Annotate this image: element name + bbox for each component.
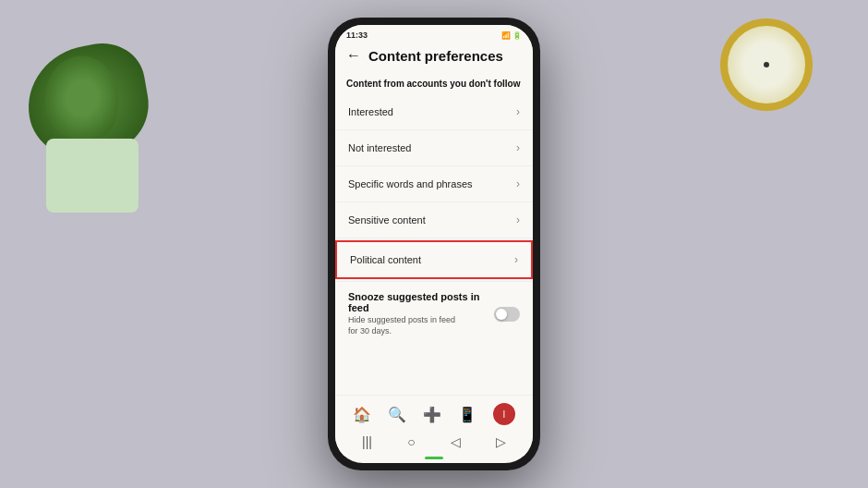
snooze-row: Snooze suggested posts in feed Hide sugg… bbox=[348, 291, 520, 336]
phone-device: 11:33 📶 🔋 ← Content preferences Content … bbox=[328, 18, 540, 470]
menu-item-sensitive-label: Sensitive content bbox=[348, 214, 426, 226]
nav-add-icon[interactable]: ➕ bbox=[423, 406, 441, 423]
snooze-toggle[interactable] bbox=[494, 307, 520, 322]
phone-screen: 11:33 📶 🔋 ← Content preferences Content … bbox=[335, 25, 533, 463]
nav-search-icon[interactable]: 🔍 bbox=[388, 406, 406, 423]
chevron-right-icon: › bbox=[516, 177, 520, 190]
snooze-text-group: Snooze suggested posts in feed Hide sugg… bbox=[348, 291, 494, 336]
nav-home-icon[interactable]: 🏠 bbox=[353, 406, 371, 423]
nav-profile-avatar[interactable]: I bbox=[493, 403, 515, 425]
menu-item-not-interested-label: Not interested bbox=[348, 142, 411, 153]
battery-icon: 🔋 bbox=[512, 31, 522, 40]
bottom-nav: 🏠 🔍 ➕ 📱 I bbox=[335, 395, 533, 429]
app-header: ← Content preferences bbox=[335, 42, 533, 71]
page-title: Content preferences bbox=[368, 48, 503, 64]
status-icons: 📶 🔋 bbox=[501, 31, 522, 40]
section-label: Content from accounts you don't follow bbox=[335, 71, 533, 94]
android-menu-button[interactable]: ||| bbox=[362, 434, 372, 449]
android-home-button[interactable]: ○ bbox=[407, 434, 415, 449]
menu-item-specific-words-label: Specific words and phrases bbox=[348, 178, 473, 189]
toggle-track bbox=[494, 307, 520, 322]
menu-list: Interested › Not interested › Specific w… bbox=[335, 94, 533, 395]
menu-item-political[interactable]: Political content › bbox=[335, 240, 533, 279]
clock-decoration-right bbox=[720, 18, 822, 139]
snooze-title: Snooze suggested posts in feed bbox=[348, 291, 494, 313]
back-button[interactable]: ← bbox=[346, 47, 361, 64]
chevron-right-icon: › bbox=[516, 141, 520, 154]
menu-item-specific-words[interactable]: Specific words and phrases › bbox=[335, 166, 533, 202]
status-bar: 11:33 📶 🔋 bbox=[335, 25, 533, 42]
chevron-right-icon: › bbox=[514, 253, 518, 266]
toggle-thumb bbox=[496, 309, 507, 320]
charge-indicator bbox=[425, 457, 443, 459]
wifi-icon: 📶 bbox=[501, 31, 511, 40]
chevron-right-icon: › bbox=[516, 105, 520, 118]
menu-item-not-interested[interactable]: Not interested › bbox=[335, 130, 533, 166]
menu-item-political-label: Political content bbox=[350, 254, 421, 265]
android-recent-button[interactable]: ▷ bbox=[496, 434, 506, 449]
chevron-right-icon: › bbox=[516, 214, 520, 226]
snooze-description: Hide suggested posts in feed for 30 days… bbox=[348, 315, 494, 336]
status-time: 11:33 bbox=[346, 30, 368, 40]
plant-decoration-left bbox=[28, 28, 175, 213]
menu-item-interested-label: Interested bbox=[348, 106, 393, 117]
android-nav-bar: ||| ○ ◁ ▷ bbox=[335, 429, 533, 457]
menu-item-sensitive[interactable]: Sensitive content › bbox=[335, 202, 533, 238]
menu-item-interested[interactable]: Interested › bbox=[335, 94, 533, 130]
android-back-button[interactable]: ◁ bbox=[451, 434, 461, 449]
snooze-section: Snooze suggested posts in feed Hide sugg… bbox=[335, 281, 533, 346]
nav-reels-icon[interactable]: 📱 bbox=[458, 406, 476, 423]
